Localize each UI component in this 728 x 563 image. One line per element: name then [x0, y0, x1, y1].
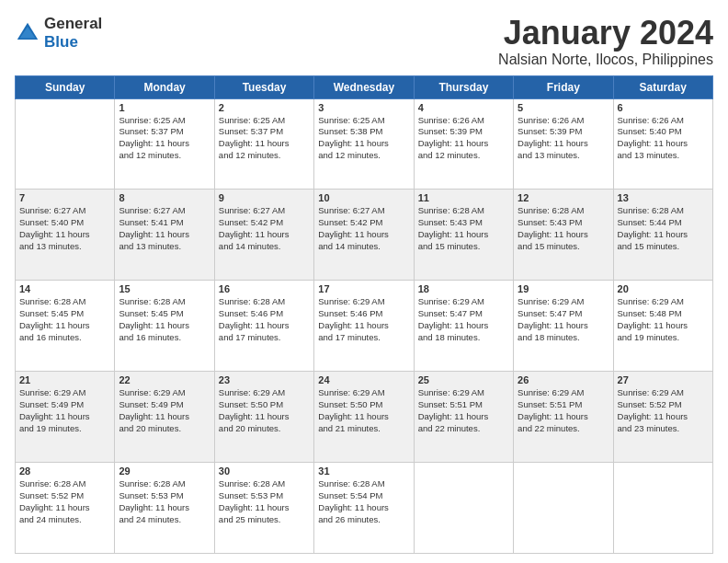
day-info: Sunrise: 6:29 AM Sunset: 5:49 PM Dayligh… — [19, 387, 110, 434]
table-cell: 22Sunrise: 6:29 AM Sunset: 5:49 PM Dayli… — [115, 372, 214, 463]
day-number: 4 — [418, 102, 509, 113]
day-number: 19 — [518, 283, 609, 294]
day-info: Sunrise: 6:29 AM Sunset: 5:52 PM Dayligh… — [618, 387, 709, 434]
table-cell: 26Sunrise: 6:29 AM Sunset: 5:51 PM Dayli… — [514, 372, 613, 463]
day-number: 7 — [19, 192, 110, 203]
table-cell: 6Sunrise: 6:26 AM Sunset: 5:40 PM Daylig… — [613, 98, 712, 190]
day-number: 10 — [318, 192, 409, 203]
day-number: 31 — [318, 465, 409, 477]
day-number: 28 — [19, 465, 110, 477]
calendar-row-4: 21Sunrise: 6:29 AM Sunset: 5:49 PM Dayli… — [16, 372, 713, 463]
table-cell: 21Sunrise: 6:29 AM Sunset: 5:49 PM Dayli… — [16, 372, 115, 463]
day-number: 14 — [19, 283, 110, 294]
table-cell: 10Sunrise: 6:27 AM Sunset: 5:42 PM Dayli… — [314, 190, 414, 281]
table-cell — [613, 463, 712, 554]
calendar-row-5: 28Sunrise: 6:28 AM Sunset: 5:52 PM Dayli… — [16, 463, 713, 554]
day-info: Sunrise: 6:29 AM Sunset: 5:47 PM Dayligh… — [518, 296, 609, 343]
table-cell: 30Sunrise: 6:28 AM Sunset: 5:53 PM Dayli… — [214, 463, 313, 554]
table-cell: 4Sunrise: 6:26 AM Sunset: 5:39 PM Daylig… — [414, 98, 513, 190]
day-number: 1 — [119, 102, 210, 113]
table-cell: 28Sunrise: 6:28 AM Sunset: 5:52 PM Dayli… — [16, 463, 115, 554]
title-block: January 2024 Nalsian Norte, Ilocos, Phil… — [498, 15, 713, 68]
day-number: 23 — [219, 374, 310, 385]
logo: General Blue — [15, 15, 102, 52]
logo-blue: Blue — [44, 33, 78, 51]
table-cell: 16Sunrise: 6:28 AM Sunset: 5:46 PM Dayli… — [214, 281, 313, 372]
day-info: Sunrise: 6:28 AM Sunset: 5:52 PM Dayligh… — [19, 478, 110, 525]
month-title: January 2024 — [498, 15, 713, 52]
col-saturday: Saturday — [613, 75, 712, 98]
col-thursday: Thursday — [414, 75, 513, 98]
table-cell: 7Sunrise: 6:27 AM Sunset: 5:40 PM Daylig… — [16, 190, 115, 281]
table-cell: 2Sunrise: 6:25 AM Sunset: 5:37 PM Daylig… — [214, 98, 313, 190]
day-number: 22 — [119, 374, 210, 385]
day-info: Sunrise: 6:29 AM Sunset: 5:47 PM Dayligh… — [418, 296, 509, 343]
table-cell: 5Sunrise: 6:26 AM Sunset: 5:39 PM Daylig… — [514, 98, 613, 190]
table-cell — [514, 463, 613, 554]
day-info: Sunrise: 6:29 AM Sunset: 5:51 PM Dayligh… — [418, 387, 509, 434]
table-cell: 23Sunrise: 6:29 AM Sunset: 5:50 PM Dayli… — [214, 372, 313, 463]
day-number: 18 — [418, 283, 509, 294]
table-cell: 17Sunrise: 6:29 AM Sunset: 5:46 PM Dayli… — [314, 281, 414, 372]
day-info: Sunrise: 6:27 AM Sunset: 5:42 PM Dayligh… — [219, 205, 310, 252]
day-info: Sunrise: 6:29 AM Sunset: 5:49 PM Dayligh… — [119, 387, 210, 434]
table-cell: 31Sunrise: 6:28 AM Sunset: 5:54 PM Dayli… — [314, 463, 414, 554]
day-info: Sunrise: 6:28 AM Sunset: 5:45 PM Dayligh… — [119, 296, 210, 343]
day-info: Sunrise: 6:26 AM Sunset: 5:39 PM Dayligh… — [418, 115, 509, 162]
day-number: 24 — [318, 374, 409, 385]
table-cell: 18Sunrise: 6:29 AM Sunset: 5:47 PM Dayli… — [414, 281, 513, 372]
table-cell — [16, 98, 115, 190]
table-cell: 13Sunrise: 6:28 AM Sunset: 5:44 PM Dayli… — [613, 190, 712, 281]
table-cell: 3Sunrise: 6:25 AM Sunset: 5:38 PM Daylig… — [314, 98, 414, 190]
day-info: Sunrise: 6:28 AM Sunset: 5:43 PM Dayligh… — [518, 205, 609, 252]
day-number: 26 — [518, 374, 609, 385]
table-cell: 20Sunrise: 6:29 AM Sunset: 5:48 PM Dayli… — [613, 281, 712, 372]
day-number: 15 — [119, 283, 210, 294]
header: General Blue January 2024 Nalsian Norte,… — [15, 15, 713, 68]
day-info: Sunrise: 6:26 AM Sunset: 5:40 PM Dayligh… — [618, 115, 709, 162]
days-header-row: Sunday Monday Tuesday Wednesday Thursday… — [16, 75, 713, 98]
table-cell: 25Sunrise: 6:29 AM Sunset: 5:51 PM Dayli… — [414, 372, 513, 463]
day-number: 16 — [219, 283, 310, 294]
day-number: 3 — [318, 102, 409, 113]
calendar-row-2: 7Sunrise: 6:27 AM Sunset: 5:40 PM Daylig… — [16, 190, 713, 281]
page: General Blue January 2024 Nalsian Norte,… — [0, 0, 728, 563]
day-info: Sunrise: 6:25 AM Sunset: 5:37 PM Dayligh… — [219, 115, 310, 162]
col-wednesday: Wednesday — [314, 75, 414, 98]
table-cell: 15Sunrise: 6:28 AM Sunset: 5:45 PM Dayli… — [115, 281, 214, 372]
day-info: Sunrise: 6:29 AM Sunset: 5:46 PM Dayligh… — [318, 296, 409, 343]
day-info: Sunrise: 6:28 AM Sunset: 5:44 PM Dayligh… — [618, 205, 709, 252]
table-cell: 11Sunrise: 6:28 AM Sunset: 5:43 PM Dayli… — [414, 190, 513, 281]
calendar-row-1: 1Sunrise: 6:25 AM Sunset: 5:37 PM Daylig… — [16, 98, 713, 190]
day-info: Sunrise: 6:25 AM Sunset: 5:37 PM Dayligh… — [119, 115, 210, 162]
day-number: 11 — [418, 192, 509, 203]
day-number: 20 — [618, 283, 709, 294]
table-cell: 27Sunrise: 6:29 AM Sunset: 5:52 PM Dayli… — [613, 372, 712, 463]
day-number: 2 — [219, 102, 310, 113]
day-info: Sunrise: 6:29 AM Sunset: 5:51 PM Dayligh… — [518, 387, 609, 434]
day-number: 30 — [219, 465, 310, 477]
day-info: Sunrise: 6:27 AM Sunset: 5:40 PM Dayligh… — [19, 205, 110, 252]
table-cell: 29Sunrise: 6:28 AM Sunset: 5:53 PM Dayli… — [115, 463, 214, 554]
day-info: Sunrise: 6:29 AM Sunset: 5:48 PM Dayligh… — [618, 296, 709, 343]
day-info: Sunrise: 6:28 AM Sunset: 5:53 PM Dayligh… — [219, 478, 310, 525]
calendar-table: Sunday Monday Tuesday Wednesday Thursday… — [15, 75, 713, 554]
col-friday: Friday — [514, 75, 613, 98]
table-cell — [414, 463, 513, 554]
table-cell: 1Sunrise: 6:25 AM Sunset: 5:37 PM Daylig… — [115, 98, 214, 190]
col-monday: Monday — [115, 75, 214, 98]
table-cell: 24Sunrise: 6:29 AM Sunset: 5:50 PM Dayli… — [314, 372, 414, 463]
day-number: 29 — [119, 465, 210, 477]
day-info: Sunrise: 6:29 AM Sunset: 5:50 PM Dayligh… — [318, 387, 409, 434]
logo-general: General — [44, 15, 102, 32]
day-info: Sunrise: 6:29 AM Sunset: 5:50 PM Dayligh… — [219, 387, 310, 434]
col-sunday: Sunday — [16, 75, 115, 98]
day-info: Sunrise: 6:25 AM Sunset: 5:38 PM Dayligh… — [318, 115, 409, 162]
table-cell: 14Sunrise: 6:28 AM Sunset: 5:45 PM Dayli… — [16, 281, 115, 372]
day-number: 27 — [618, 374, 709, 385]
table-cell: 9Sunrise: 6:27 AM Sunset: 5:42 PM Daylig… — [214, 190, 313, 281]
day-number: 17 — [318, 283, 409, 294]
col-tuesday: Tuesday — [214, 75, 313, 98]
day-number: 6 — [618, 102, 709, 113]
day-info: Sunrise: 6:28 AM Sunset: 5:54 PM Dayligh… — [318, 478, 409, 525]
